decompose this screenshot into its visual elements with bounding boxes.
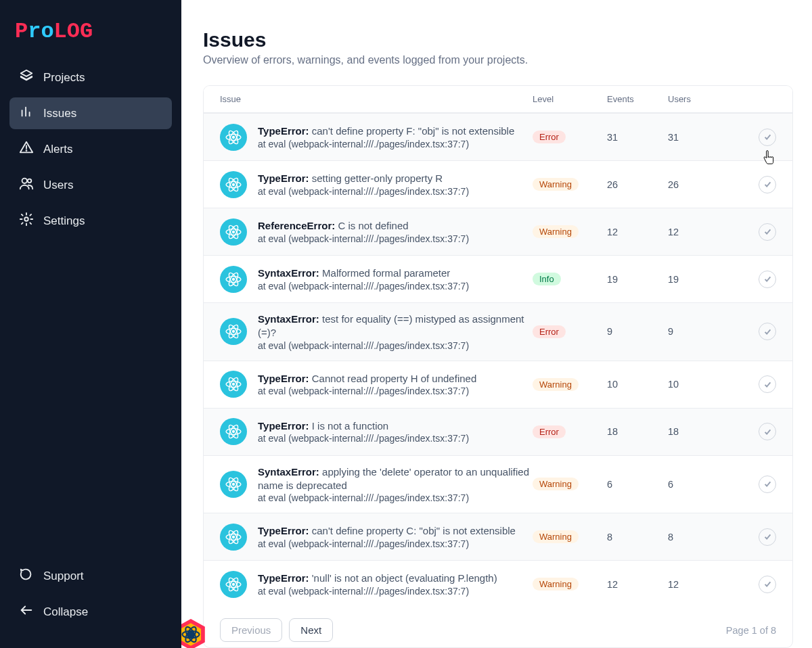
layers-icon bbox=[19, 68, 34, 87]
table-header: Issue Level Events Users bbox=[204, 86, 792, 113]
table-body: TypeError: can't define property F: "obj… bbox=[204, 113, 792, 607]
resolve-button[interactable] bbox=[759, 129, 776, 146]
table-row[interactable]: TypeError: 'null' is not an object (eval… bbox=[204, 560, 792, 607]
events-count: 18 bbox=[607, 426, 668, 437]
level-badge: Warning bbox=[533, 378, 579, 391]
resolve-button[interactable] bbox=[759, 423, 776, 440]
col-events: Events bbox=[607, 94, 668, 104]
alert-icon bbox=[19, 140, 34, 158]
level-badge: Warning bbox=[533, 578, 579, 591]
users-count: 31 bbox=[668, 132, 729, 143]
table-row[interactable]: TypeError: Cannot read property H of und… bbox=[204, 361, 792, 408]
issues-table: Issue Level Events Users TypeError: can'… bbox=[203, 85, 793, 648]
sidebar-item-support[interactable]: Support bbox=[9, 560, 172, 592]
events-count: 9 bbox=[607, 326, 668, 337]
react-icon bbox=[220, 124, 247, 151]
sidebar-nav: ProjectsIssuesAlertsUsersSettings bbox=[9, 62, 172, 560]
users-count: 18 bbox=[668, 426, 729, 437]
issue-location: at eval (webpack-internal:///./pages/ind… bbox=[258, 433, 469, 444]
next-button[interactable]: Next bbox=[289, 618, 333, 642]
users-count: 26 bbox=[668, 179, 729, 190]
users-count: 19 bbox=[668, 274, 729, 285]
sidebar-item-issues[interactable]: Issues bbox=[9, 97, 172, 129]
react-icon bbox=[220, 266, 247, 293]
issue-location: at eval (webpack-internal:///./pages/ind… bbox=[258, 340, 533, 351]
sidebar-item-label: Alerts bbox=[43, 143, 72, 156]
issue-location: at eval (webpack-internal:///./pages/ind… bbox=[258, 186, 469, 197]
react-icon bbox=[220, 571, 247, 598]
resolve-button[interactable] bbox=[759, 375, 776, 393]
issue-location: at eval (webpack-internal:///./pages/ind… bbox=[258, 386, 476, 396]
resolve-button[interactable] bbox=[759, 176, 776, 193]
users-icon bbox=[19, 176, 34, 194]
resolve-button[interactable] bbox=[759, 323, 776, 340]
issue-title: TypeError: I is not a function bbox=[258, 419, 469, 433]
level-badge: Warning bbox=[533, 478, 579, 490]
page-title: Issues bbox=[203, 28, 793, 51]
level-badge: Error bbox=[533, 325, 566, 338]
sidebar-item-settings[interactable]: Settings bbox=[9, 205, 172, 237]
gear-icon bbox=[19, 212, 34, 230]
events-count: 26 bbox=[607, 179, 668, 190]
issue-title: SyntaxError: Malformed formal parameter bbox=[258, 267, 469, 280]
react-icon bbox=[220, 471, 247, 498]
page-info: Page 1 of 8 bbox=[726, 625, 776, 636]
level-badge: Warning bbox=[533, 530, 579, 543]
sidebar-item-label: Users bbox=[43, 179, 73, 192]
col-users: Users bbox=[668, 94, 729, 104]
events-count: 10 bbox=[607, 379, 668, 390]
sidebar-item-label: Support bbox=[43, 570, 84, 583]
users-count: 10 bbox=[668, 379, 729, 390]
sidebar-item-alerts[interactable]: Alerts bbox=[9, 133, 172, 165]
issue-title: TypeError: Cannot read property H of und… bbox=[258, 372, 476, 386]
users-count: 9 bbox=[668, 326, 729, 337]
resolve-button[interactable] bbox=[759, 528, 776, 546]
events-count: 6 bbox=[607, 479, 668, 490]
resolve-button[interactable] bbox=[759, 476, 776, 493]
sidebar-item-label: Settings bbox=[43, 214, 85, 228]
resolve-button[interactable] bbox=[759, 223, 776, 241]
issue-title: TypeError: setting getter-only property … bbox=[258, 172, 469, 185]
table-row[interactable]: TypeError: setting getter-only property … bbox=[204, 160, 792, 208]
sidebar-item-users[interactable]: Users bbox=[9, 169, 172, 201]
sidebar-item-label: Collapse bbox=[43, 605, 88, 619]
table-row[interactable]: SyntaxError: applying the 'delete' opera… bbox=[204, 455, 792, 513]
react-icon bbox=[220, 171, 247, 198]
table-row[interactable]: ReferenceError: C is not defined at eval… bbox=[204, 208, 792, 255]
level-badge: Warning bbox=[533, 178, 579, 191]
table-row[interactable]: TypeError: can't define property F: "obj… bbox=[204, 113, 792, 160]
arrow-left-icon bbox=[19, 603, 34, 621]
react-query-badge-icon[interactable] bbox=[181, 617, 208, 648]
resolve-button[interactable] bbox=[759, 271, 776, 288]
table-row[interactable]: SyntaxError: test for equality (==) mist… bbox=[204, 302, 792, 361]
table-row[interactable]: TypeError: can't define property C: "obj… bbox=[204, 513, 792, 560]
sidebar-item-projects[interactable]: Projects bbox=[9, 62, 172, 93]
sidebar-item-collapse[interactable]: Collapse bbox=[9, 596, 172, 628]
issue-title: TypeError: can't define property F: "obj… bbox=[258, 124, 514, 138]
issue-location: at eval (webpack-internal:///./pages/ind… bbox=[258, 233, 469, 244]
react-icon bbox=[220, 418, 247, 445]
issue-location: at eval (webpack-internal:///./pages/ind… bbox=[258, 492, 533, 503]
logo: ProLOG bbox=[9, 19, 172, 62]
previous-button[interactable]: Previous bbox=[220, 618, 282, 642]
sidebar-footer: SupportCollapse bbox=[9, 560, 172, 634]
issue-title: ReferenceError: C is not defined bbox=[258, 219, 469, 233]
react-icon bbox=[220, 371, 247, 398]
sidebar-item-label: Projects bbox=[43, 71, 85, 85]
users-count: 12 bbox=[668, 579, 729, 590]
users-count: 6 bbox=[668, 479, 729, 490]
issue-location: at eval (webpack-internal:///./pages/ind… bbox=[258, 538, 516, 549]
events-count: 12 bbox=[607, 227, 668, 237]
events-count: 19 bbox=[607, 274, 668, 285]
level-badge: Warning bbox=[533, 225, 579, 238]
table-row[interactable]: SyntaxError: Malformed formal parameter … bbox=[204, 255, 792, 302]
issue-title: TypeError: 'null' is not an object (eval… bbox=[258, 572, 497, 585]
resolve-button[interactable] bbox=[759, 576, 776, 593]
issue-location: at eval (webpack-internal:///./pages/ind… bbox=[258, 586, 497, 597]
sidebar: ProLOG ProjectsIssuesAlertsUsersSettings… bbox=[0, 0, 181, 648]
events-count: 8 bbox=[607, 532, 668, 542]
users-count: 8 bbox=[668, 532, 729, 542]
users-count: 12 bbox=[668, 227, 729, 237]
table-row[interactable]: TypeError: I is not a function at eval (… bbox=[204, 408, 792, 455]
col-level: Level bbox=[533, 94, 607, 104]
